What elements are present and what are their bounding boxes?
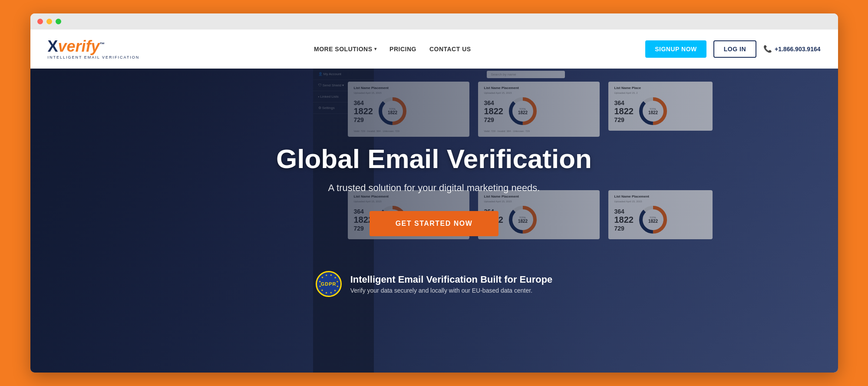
hero-headline: Global Email Verification xyxy=(276,144,592,174)
navbar: Xverify™ INTELLIGENT EMAIL VERIFICATION … xyxy=(30,30,838,69)
hero-section: 👤 My Account 🛡 Send Shield ▾ • Linked Li… xyxy=(30,69,838,373)
svg-text:★: ★ xyxy=(325,274,327,277)
gdpr-section: ★ ★ ★ ★ ★ ★ ★ ★ ★ ★ ★ ★ xyxy=(316,271,553,297)
svg-text:★: ★ xyxy=(329,273,333,277)
svg-text:★: ★ xyxy=(318,280,322,284)
gdpr-title: Intelligent Email Verification Built for… xyxy=(350,274,553,285)
gdpr-stars-icon: ★ ★ ★ ★ ★ ★ ★ ★ ★ ★ ★ ★ xyxy=(317,272,340,296)
nav-links: MORE SOLUTIONS ▾ PRICING CONTACT US xyxy=(314,46,471,53)
logo-verify: verify xyxy=(58,37,100,55)
close-icon[interactable] xyxy=(37,19,43,24)
minimize-icon[interactable] xyxy=(46,19,52,24)
svg-text:★: ★ xyxy=(320,276,324,280)
gdpr-subtitle: Verify your data securely and locally wi… xyxy=(350,287,553,294)
nav-right: SIGNUP NOW LOG IN 📞 +1.866.903.9164 xyxy=(645,40,820,58)
logo-tagline: INTELLIGENT EMAIL VERIFICATION xyxy=(48,55,140,59)
signup-button[interactable]: SIGNUP NOW xyxy=(645,40,706,58)
gdpr-badge: ★ ★ ★ ★ ★ ★ ★ ★ ★ ★ ★ ★ xyxy=(316,271,342,297)
phone-icon: 📞 xyxy=(763,45,772,53)
nav-pricing[interactable]: PRICING xyxy=(389,46,416,53)
gdpr-info: Intelligent Email Verification Built for… xyxy=(350,274,553,294)
svg-text:★: ★ xyxy=(333,289,337,293)
phone-number: 📞 +1.866.903.9164 xyxy=(763,45,821,53)
logo[interactable]: Xverify™ INTELLIGENT EMAIL VERIFICATION xyxy=(48,39,140,59)
svg-text:★: ★ xyxy=(318,285,321,287)
svg-text:★: ★ xyxy=(320,289,324,292)
svg-text:★: ★ xyxy=(330,291,332,294)
nav-contact-us[interactable]: CONTACT US xyxy=(429,46,471,53)
browser-chrome xyxy=(30,13,838,30)
headline-bold: Global xyxy=(276,144,360,174)
chevron-down-icon: ▾ xyxy=(374,46,377,51)
svg-text:★: ★ xyxy=(336,285,340,288)
headline-rest: Email Verification xyxy=(360,144,592,174)
logo-x: X xyxy=(48,37,58,55)
svg-text:★: ★ xyxy=(336,280,339,283)
hero-subtitle: A trusted solution for your digital mark… xyxy=(328,182,540,194)
svg-text:★: ★ xyxy=(333,276,337,279)
nav-more-solutions[interactable]: MORE SOLUTIONS ▾ xyxy=(314,46,376,53)
logo-tm: ™ xyxy=(100,41,105,47)
maximize-icon[interactable] xyxy=(56,19,61,24)
svg-text:★: ★ xyxy=(324,291,328,295)
browser-window: Xverify™ INTELLIGENT EMAIL VERIFICATION … xyxy=(30,13,838,373)
hero-content: Global Email Verification A trusted solu… xyxy=(30,69,838,373)
login-button[interactable]: LOG IN xyxy=(713,40,756,58)
get-started-button[interactable]: GET STARTED NOW xyxy=(370,211,499,236)
